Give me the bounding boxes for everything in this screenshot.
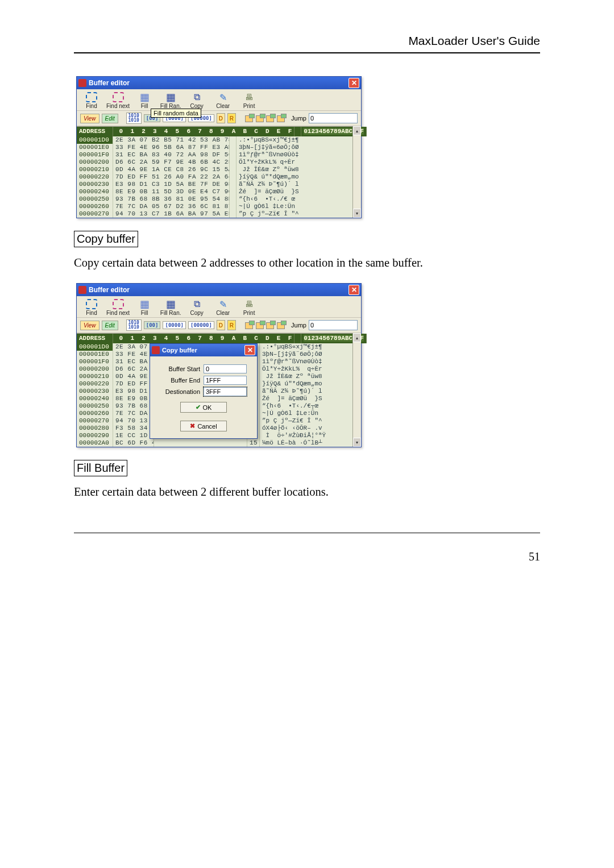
clear-button[interactable]: Clear — [211, 92, 234, 109]
addr-header: ADDRESS — [77, 334, 113, 343]
jump-input[interactable] — [309, 320, 358, 330]
edit-mode-button[interactable]: Edit — [102, 321, 118, 330]
gap-icon-64[interactable] — [276, 320, 284, 330]
titlebar: Buffer editor ✕ — [77, 284, 361, 296]
find-next-button[interactable]: Find next — [106, 92, 130, 109]
app-icon — [152, 346, 160, 354]
buffer-editor-window-1: Buffer editor ✕ Find Find next Fill Fill… — [76, 76, 362, 218]
bits-button[interactable]: 1010 1010 — [126, 113, 142, 124]
close-button[interactable]: ✕ — [349, 78, 359, 88]
width-32-button[interactable]: [00000] — [188, 321, 214, 329]
clear-button[interactable]: Clear — [211, 298, 234, 316]
vertical-scrollbar[interactable] — [352, 333, 361, 447]
jump-label: Jump — [291, 322, 306, 329]
d-button[interactable]: D — [217, 113, 225, 123]
dialog-titlebar: Copy buffer ✕ — [150, 344, 257, 356]
hex-header: ADDRESS 0 1 2 3 4 5 6 7 8 9 A B C D E F … — [77, 334, 353, 343]
main-toolbar: Find Find next Fill Fill Ran. Copy Clear… — [77, 89, 361, 111]
copy-button[interactable]: Copy — [185, 298, 208, 316]
vertical-scrollbar[interactable] — [352, 126, 361, 218]
find-next-button[interactable]: Find next — [106, 298, 130, 316]
width-8-button[interactable]: [00] — [144, 321, 161, 329]
hex-row[interactable]: 000002100D 4A 9E 1A CE C8 26 9C 15 5A BA… — [77, 166, 353, 173]
find-icon — [85, 92, 98, 103]
jump-input[interactable] — [309, 113, 358, 123]
titlebar: Buffer editor ✕ — [77, 77, 361, 89]
scroll-down-icon[interactable] — [353, 209, 361, 218]
fill-icon — [138, 298, 151, 310]
hex-row[interactable]: 000001F031 EC BA 83 40 72 AA 98 DF 56 6E… — [77, 151, 353, 159]
hex-grid[interactable]: ADDRESS 0 1 2 3 4 5 6 7 8 9 A B C D E F … — [77, 126, 353, 218]
scroll-up-icon[interactable] — [353, 333, 361, 342]
window-title: Buffer editor — [89, 79, 130, 87]
dialog-close-button[interactable]: ✕ — [244, 345, 255, 355]
print-icon — [243, 92, 255, 103]
fill-button[interactable]: Fill — [133, 92, 156, 109]
gap-icon-64[interactable] — [276, 113, 284, 123]
buffer-end-input[interactable] — [204, 376, 247, 385]
destination-input[interactable] — [204, 387, 247, 396]
width-16-button[interactable]: [0000] — [163, 321, 186, 329]
buffer-start-label: Buffer Start — [156, 366, 204, 372]
destination-label: Destionation — [156, 388, 204, 395]
fill-icon — [138, 92, 151, 103]
buffer-editor-window-2: Buffer editor ✕ Find Find next Fill Fill… — [76, 283, 362, 447]
check-icon: ✔ — [196, 404, 201, 411]
ok-button[interactable]: ✔OK — [180, 402, 227, 413]
mode-toolbar: View Edit 1010 1010 [00] [0000] [00000] … — [77, 318, 361, 333]
view-mode-button[interactable]: View — [80, 114, 99, 123]
section-fill-buffer-heading: Fill Buffer — [74, 460, 127, 476]
bits-button[interactable]: 1010 1010 — [126, 319, 142, 331]
hex-row[interactable]: 000002408E E9 0B 11 5D 3D 0E E4 C7 9C D8… — [77, 188, 353, 196]
app-icon — [78, 79, 86, 87]
guide-title: MaxLoader User's Guide — [74, 34, 540, 48]
d-button[interactable]: D — [217, 320, 225, 330]
mode-toolbar: View Edit 1010 1010 [00] [0000] [00000] … — [77, 111, 361, 126]
r-button[interactable]: R — [227, 113, 236, 123]
hex-row[interactable]: 00000230E3 98 D1 C3 1D 5A BE 7F DE 98 B6… — [77, 181, 353, 188]
view-mode-button[interactable]: View — [80, 321, 99, 330]
fill-button[interactable]: Fill — [133, 298, 156, 316]
scroll-up-icon[interactable] — [353, 126, 361, 135]
cols-header: 0 1 2 3 4 5 6 7 8 9 A B C D E F — [113, 127, 294, 136]
hex-row[interactable]: 00000200D6 6C 2A 59 F7 9E 4B 6B 4C 25 18… — [77, 159, 353, 166]
hex-row[interactable]: 000002A0BC 6D F6 4 15¼mö LÉ–bà ·Ó˜lB┴ — [77, 439, 353, 447]
hex-row[interactable]: 000002207D ED FF 51 26 A0 FA 22 2A 64 51… — [77, 173, 353, 181]
fill-random-button[interactable]: Fill Ran. — [159, 298, 182, 316]
buffer-start-input[interactable] — [204, 364, 247, 373]
gap-icon-32[interactable] — [265, 113, 273, 123]
hex-row[interactable]: 000001D02E 3A 07 B2 B5 71 42 53 AB 78 6A… — [77, 136, 353, 144]
cancel-button[interactable]: ✖Cancel — [180, 421, 227, 431]
close-button[interactable]: ✕ — [349, 285, 359, 295]
copy-button[interactable]: Copy — [185, 92, 208, 109]
addr-header: ADDRESS — [77, 127, 113, 136]
r-button[interactable]: R — [227, 320, 236, 330]
main-toolbar: Find Find next Fill Fill Ran. Copy Clear… — [77, 296, 361, 318]
gap-icon-16[interactable] — [255, 320, 263, 330]
section-copy-buffer-text: Copy certain data between 2 addresses to… — [74, 256, 540, 269]
gap-icon-16[interactable] — [255, 113, 263, 123]
page-number: 51 — [74, 550, 540, 563]
find-next-icon — [112, 298, 125, 310]
hex-row[interactable]: 0000027094 70 13 C7 1B 6A BA 97 5A EF 80… — [77, 210, 353, 218]
gap-icon-32[interactable] — [265, 320, 273, 330]
section-fill-buffer-text: Enter certain data between 2 different b… — [74, 485, 540, 499]
hex-row[interactable]: 000002607E 7C DA 05 67 D2 36 6C 81 87 4C… — [77, 203, 353, 210]
clear-icon — [217, 298, 229, 310]
print-button[interactable]: Print — [238, 298, 260, 316]
buffer-end-label: Buffer End — [156, 377, 204, 384]
app-icon — [78, 286, 86, 294]
find-button[interactable]: Find — [80, 92, 103, 109]
hex-row[interactable]: 000001E033 FE 4E 96 5B 6A 87 FF E3 AB 36… — [77, 144, 353, 151]
gap-icon-8[interactable] — [244, 113, 252, 123]
hex-row[interactable]: 0000025093 7B 68 8B 36 81 0E 95 54 8B 2E… — [77, 196, 353, 203]
dialog-title: Copy buffer — [162, 347, 197, 354]
hex-header: ADDRESS 0 1 2 3 4 5 6 7 8 9 A B C D E F … — [77, 127, 353, 136]
scroll-down-icon[interactable] — [353, 438, 361, 447]
tooltip-fill-random: Fill random data — [151, 109, 201, 118]
find-button[interactable]: Find — [80, 298, 103, 316]
edit-mode-button[interactable]: Edit — [102, 114, 118, 123]
gap-icon-8[interactable] — [244, 320, 252, 330]
fill-random-button[interactable]: Fill Ran. — [159, 92, 182, 109]
print-button[interactable]: Print — [238, 92, 260, 109]
